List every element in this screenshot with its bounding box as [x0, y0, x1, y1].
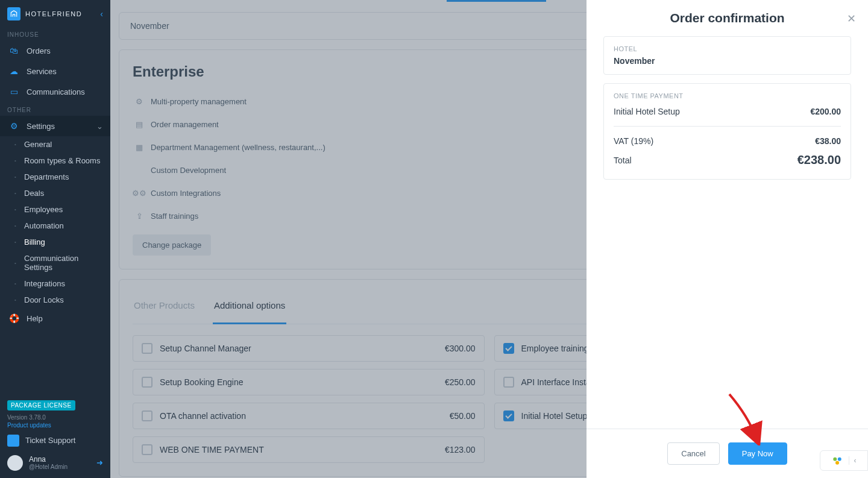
checkbox[interactable] — [142, 377, 153, 388]
chevron-down-icon: ⌄ — [96, 122, 103, 131]
change-package-button[interactable]: Change package — [133, 234, 211, 256]
help-icon: 🛟 — [8, 313, 19, 324]
sidebar-sub-communication-settings[interactable]: Communication Settings — [0, 250, 110, 275]
checkbox[interactable] — [503, 377, 514, 388]
sidebar-section-other: OTHER — [0, 102, 110, 116]
hotel-summary-card: HOTEL November — [603, 36, 851, 75]
option-row[interactable]: OTA channel activation€50.00 — [133, 403, 485, 429]
checkbox[interactable] — [503, 410, 514, 421]
chevron-left-icon: ‹ — [849, 456, 857, 465]
sidebar-sub-room-types-rooms[interactable]: Room types & Rooms — [0, 153, 110, 169]
feature-icon: ▦ — [133, 140, 146, 154]
sidebar-header: HOTELFRIEND ‹ — [0, 0, 110, 27]
line-item-name: Initial Hotel Setup — [614, 107, 680, 116]
feature-icon — [133, 163, 146, 177]
gear-icon: ⚙ — [8, 121, 19, 131]
widget-logo-icon — [832, 455, 843, 466]
checkbox[interactable] — [142, 444, 153, 455]
user-role: @Hotel Admin — [29, 464, 68, 471]
vat-value: €38.00 — [815, 136, 841, 146]
feature-icon: ⚙ — [133, 95, 146, 108]
option-row[interactable]: WEB ONE TIME PAYMENT€123.00 — [133, 436, 485, 463]
payment-summary-card: ONE TIME PAYMENT Initial Hotel Setup€200… — [603, 83, 851, 180]
sidebar-sub-automation[interactable]: Automation — [0, 218, 110, 234]
option-label: Setup Channel Manager — [160, 344, 438, 353]
sidebar-item-services[interactable]: ☁Services — [0, 61, 110, 81]
checkbox[interactable] — [503, 343, 514, 354]
user-name: Anna — [29, 455, 68, 464]
sidebar-item-help[interactable]: 🛟Help — [0, 308, 110, 329]
svg-point-0 — [833, 458, 837, 461]
active-top-tab-indicator — [447, 0, 546, 2]
panel-title: Order confirmation — [670, 11, 784, 25]
sidebar-item-communications[interactable]: ▭Communications — [0, 81, 110, 102]
payment-label: ONE TIME PAYMENT — [614, 92, 841, 99]
communications-icon: ▭ — [8, 86, 19, 97]
services-icon: ☁ — [8, 66, 19, 77]
svg-point-1 — [837, 458, 841, 461]
product-updates-link[interactable]: Product updates — [7, 422, 103, 429]
sidebar-item-settings[interactable]: ⚙Settings⌄ — [0, 116, 110, 136]
total-label: Total — [614, 156, 632, 165]
sidebar-sub-deals[interactable]: Deals — [0, 185, 110, 201]
ticket-icon — [7, 435, 19, 447]
checkbox[interactable] — [142, 343, 153, 354]
option-label: Setup Booking Engine — [160, 377, 438, 387]
total-value: €238.00 — [797, 153, 841, 167]
option-price: €250.00 — [445, 377, 476, 387]
tab-additional-options[interactable]: Additional options — [213, 293, 286, 324]
option-price: €50.00 — [450, 411, 476, 421]
sidebar-sub-general[interactable]: General — [0, 136, 110, 153]
help-widget-tab[interactable]: ‹ — [820, 450, 868, 471]
cancel-button[interactable]: Cancel — [667, 442, 719, 465]
logout-icon[interactable]: ➜ — [96, 458, 103, 467]
option-price: €300.00 — [445, 344, 476, 353]
sidebar-footer: PACKAGE LICENSE Version 3.78.0 Product u… — [0, 393, 110, 478]
close-icon[interactable]: ✕ — [847, 12, 856, 25]
feature-icon: ⇪ — [133, 209, 146, 222]
hotel-value: November — [614, 56, 841, 66]
checkbox[interactable] — [142, 410, 153, 421]
option-label: WEB ONE TIME PAYMENT — [160, 445, 438, 454]
feature-icon: ▤ — [133, 118, 146, 131]
version-label: Version 3.78.0 — [7, 414, 103, 421]
orders-icon: 🛍 — [8, 45, 19, 56]
sidebar-sub-integrations[interactable]: Integrations — [0, 275, 110, 292]
sidebar-sub-employees[interactable]: Employees — [0, 201, 110, 218]
license-badge: PACKAGE LICENSE — [7, 400, 75, 410]
sidebar-sub-door-locks[interactable]: Door Locks — [0, 292, 110, 308]
sidebar-sub-billing[interactable]: Billing — [0, 234, 110, 250]
svg-point-2 — [835, 461, 839, 465]
annotation-arrow — [723, 391, 766, 445]
vat-label: VAT (19%) — [614, 136, 653, 146]
option-row[interactable]: Setup Channel Manager€300.00 — [133, 335, 485, 362]
brand-logo-icon — [7, 7, 20, 20]
sidebar-sub-departments[interactable]: Departments — [0, 169, 110, 185]
option-price: €123.00 — [445, 445, 476, 454]
brand-name: HOTELFRIEND — [25, 10, 82, 17]
line-item-price: €200.00 — [810, 107, 841, 116]
ticket-support-link[interactable]: Ticket Support — [7, 429, 103, 453]
hotel-label: HOTEL — [614, 45, 841, 52]
sidebar-section-inhouse: INHOUSE — [0, 27, 110, 40]
user-row[interactable]: Anna@Hotel Admin ➜ — [7, 453, 103, 471]
feature-icon: ⚙⚙ — [133, 186, 146, 200]
sidebar-item-orders[interactable]: 🛍Orders — [0, 40, 110, 61]
option-row[interactable]: Setup Booking Engine€250.00 — [133, 369, 485, 395]
tab-other-products[interactable]: Other Products — [133, 293, 196, 318]
sidebar-collapse-icon[interactable]: ‹ — [100, 9, 103, 19]
pay-now-button[interactable]: Pay Now — [728, 442, 787, 465]
option-label: OTA channel activation — [160, 411, 442, 421]
avatar — [7, 455, 23, 471]
sidebar: HOTELFRIEND ‹ INHOUSE 🛍Orders ☁Services … — [0, 0, 110, 478]
